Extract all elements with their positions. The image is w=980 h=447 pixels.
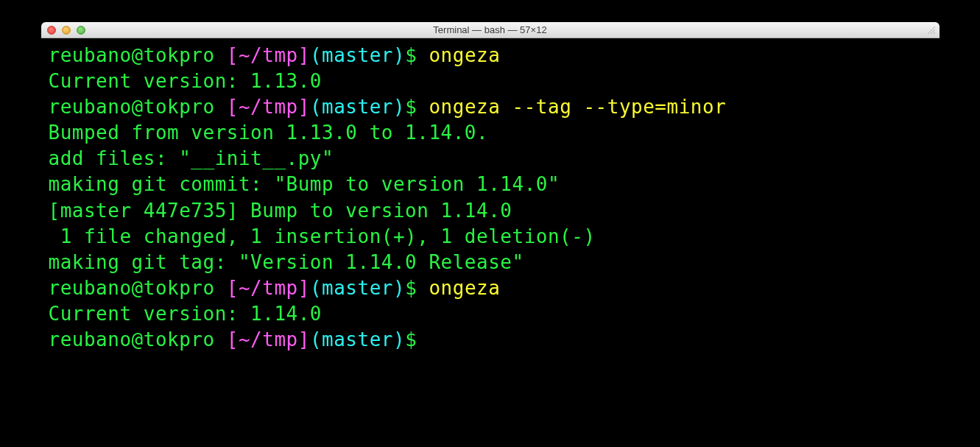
prompt-bracket-open: [ <box>215 328 239 351</box>
terminal-window: Terminal — bash — 57×12 reubano@tokpro [… <box>41 22 940 375</box>
prompt-dollar: $ <box>405 328 429 351</box>
traffic-lights <box>47 26 85 35</box>
command-text: ongeza --tag --type=minor <box>429 96 726 118</box>
prompt-branch-close: ) <box>393 277 405 299</box>
output-line: Current version: 1.13.0 <box>49 68 932 94</box>
prompt-user-host: reubano@tokpro <box>49 96 215 118</box>
window-title: Terminal — bash — 57×12 <box>41 24 940 35</box>
output-line: add files: "__init__.py" <box>49 146 932 172</box>
prompt-branch-open: ( <box>310 44 322 66</box>
resize-icon[interactable] <box>926 25 937 35</box>
prompt-dollar: $ <box>405 277 429 299</box>
terminal-line: reubano@tokpro [~/tmp](master)$ <box>49 327 932 353</box>
output-line: making git commit: "Bump to version 1.14… <box>49 172 932 197</box>
zoom-icon[interactable] <box>77 26 85 35</box>
prompt-dollar: $ <box>405 44 429 66</box>
terminal-body[interactable]: reubano@tokpro [~/tmp](master)$ ongezaCu… <box>41 38 940 375</box>
prompt-user-host: reubano@tokpro <box>49 328 215 351</box>
prompt-branch-open: ( <box>310 277 322 299</box>
prompt-branch: master <box>322 96 393 118</box>
prompt-branch-close: ) <box>393 328 405 351</box>
output-line: making git tag: "Version 1.14.0 Release" <box>49 250 932 275</box>
prompt-branch-open: ( <box>310 96 322 118</box>
prompt-branch: master <box>322 44 393 66</box>
output-line: Current version: 1.14.0 <box>49 301 932 327</box>
prompt-path: ~/tmp <box>239 96 298 118</box>
prompt-user-host: reubano@tokpro <box>49 277 215 299</box>
output-line: Bumped from version 1.13.0 to 1.14.0. <box>49 120 932 146</box>
output-line: [master 447e735] Bump to version 1.14.0 <box>49 198 932 224</box>
prompt-path: ~/tmp <box>239 44 298 66</box>
prompt-path: ~/tmp <box>239 328 298 351</box>
prompt-bracket-open: [ <box>215 44 239 66</box>
prompt-branch: master <box>322 277 393 299</box>
output-line: 1 file changed, 1 insertion(+), 1 deleti… <box>49 224 932 250</box>
prompt-bracket-open: [ <box>215 96 239 118</box>
prompt-user-host: reubano@tokpro <box>49 44 215 66</box>
command-text: ongeza <box>429 277 500 299</box>
terminal-line: reubano@tokpro [~/tmp](master)$ ongeza -… <box>49 94 932 120</box>
prompt-bracket-close: ] <box>298 96 310 118</box>
terminal-line: reubano@tokpro [~/tmp](master)$ ongeza <box>49 275 932 301</box>
window-titlebar[interactable]: Terminal — bash — 57×12 <box>41 22 940 38</box>
prompt-bracket-close: ] <box>298 277 310 299</box>
prompt-path: ~/tmp <box>239 277 298 299</box>
minimize-icon[interactable] <box>62 26 71 35</box>
terminal-line: reubano@tokpro [~/tmp](master)$ ongeza <box>49 43 932 68</box>
prompt-branch-close: ) <box>393 44 405 66</box>
prompt-bracket-close: ] <box>298 44 310 66</box>
prompt-branch: master <box>322 328 393 351</box>
prompt-bracket-open: [ <box>215 277 239 299</box>
prompt-dollar: $ <box>405 96 429 118</box>
close-icon[interactable] <box>47 26 56 35</box>
command-text: ongeza <box>429 44 500 66</box>
prompt-branch-close: ) <box>393 96 405 118</box>
prompt-branch-open: ( <box>310 328 322 351</box>
prompt-bracket-close: ] <box>298 328 310 351</box>
